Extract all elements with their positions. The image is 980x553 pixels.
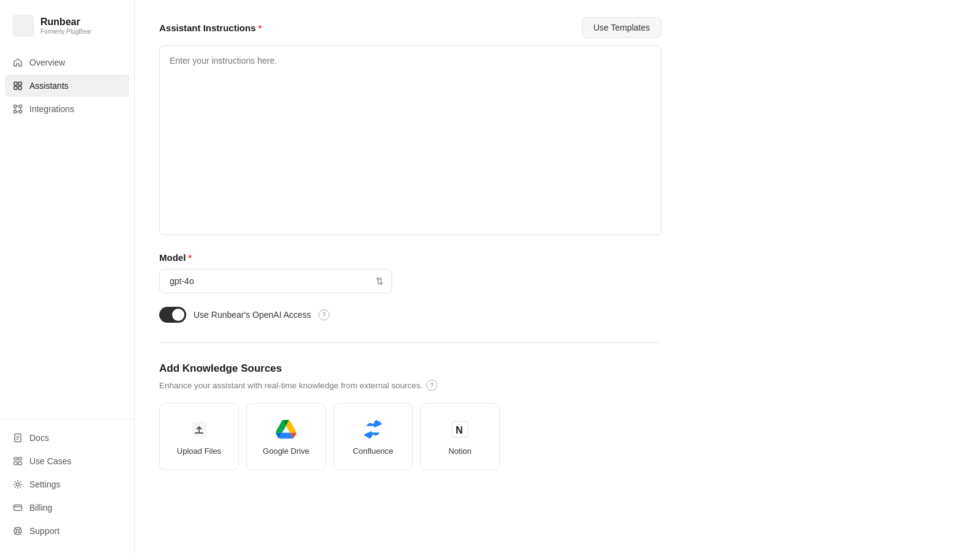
assistants-icon [12, 80, 23, 91]
svg-rect-7 [20, 105, 22, 108]
sidebar-item-assistants-label: Assistants [29, 81, 69, 91]
model-title: Model * [159, 252, 662, 263]
google-drive-icon [275, 418, 297, 440]
svg-rect-21 [18, 462, 21, 465]
knowledge-section-title: Add Knowledge Sources [159, 363, 662, 375]
svg-rect-20 [14, 462, 17, 465]
model-section: Model * gpt-4o gpt-4 gpt-3.5-turbo ⇅ [159, 252, 662, 293]
sidebar-item-overview-label: Overview [29, 58, 65, 67]
svg-rect-23 [14, 505, 22, 511]
google-drive-label: Google Drive [263, 446, 309, 456]
knowledge-card-confluence[interactable]: Confluence [333, 403, 413, 470]
confluence-icon [362, 418, 384, 440]
toggle-section: Use Runbear's OpenAI Access ? [159, 307, 662, 323]
svg-rect-18 [14, 457, 17, 460]
use-cases-icon [12, 456, 23, 467]
sidebar-nav-bottom: Docs Use Cases Settings [0, 419, 134, 543]
upload-files-label: Upload Files [177, 446, 221, 456]
svg-rect-6 [14, 105, 17, 108]
sidebar-item-settings-label: Settings [29, 480, 61, 489]
help-icon[interactable]: ? [318, 309, 330, 320]
sidebar-item-overview[interactable]: Overview [5, 51, 129, 73]
knowledge-card-upload-files[interactable]: Upload Files [159, 403, 239, 470]
notion-label: Notion [448, 446, 472, 456]
sidebar-item-support-label: Support [29, 526, 59, 536]
sidebar-item-use-cases-label: Use Cases [29, 456, 71, 466]
knowledge-card-google-drive[interactable]: Google Drive [246, 403, 326, 470]
settings-icon [12, 479, 23, 490]
sidebar-item-integrations[interactable]: Integrations [5, 98, 129, 120]
instructions-title: Assistant Instructions * [159, 23, 262, 33]
sidebar-item-billing-label: Billing [29, 503, 52, 513]
main-content: Assistant Instructions * Use Templates M… [135, 0, 980, 553]
instructions-textarea[interactable] [159, 45, 662, 235]
svg-point-22 [17, 483, 20, 486]
notion-icon: N [449, 418, 471, 440]
svg-rect-19 [18, 457, 21, 460]
confluence-label: Confluence [353, 446, 393, 456]
section-divider [159, 342, 662, 343]
svg-rect-4 [14, 86, 17, 89]
use-templates-button[interactable]: Use Templates [582, 17, 662, 38]
brand-formerly: Formerly PlugBear [40, 28, 91, 36]
knowledge-help-icon[interactable]: ? [426, 380, 437, 391]
sidebar-item-billing[interactable]: Billing [5, 497, 129, 519]
sidebar-nav-top: Overview Assistants [0, 51, 134, 419]
knowledge-card-notion[interactable]: N Notion [420, 403, 500, 470]
svg-rect-3 [18, 82, 21, 85]
svg-rect-8 [14, 111, 17, 113]
sidebar-item-integrations-label: Integrations [29, 104, 74, 114]
integrations-icon [12, 103, 23, 115]
svg-rect-9 [20, 111, 22, 113]
openai-access-toggle[interactable] [159, 307, 186, 323]
toggle-slider [159, 307, 186, 323]
sidebar-item-docs[interactable]: Docs [5, 427, 129, 449]
sidebar-item-assistants[interactable]: Assistants [5, 75, 129, 97]
sidebar-item-settings[interactable]: Settings [5, 473, 129, 495]
upload-files-icon [188, 418, 210, 440]
knowledge-cards: Upload Files Google Driv [159, 403, 662, 470]
knowledge-section-desc: Enhance your assistant with real-time kn… [159, 380, 662, 391]
svg-text:N: N [456, 425, 463, 435]
instructions-section-header: Assistant Instructions * Use Templates [159, 17, 662, 38]
home-icon [12, 57, 23, 68]
knowledge-section: Add Knowledge Sources Enhance your assis… [159, 363, 662, 470]
sidebar-item-support[interactable]: Support [5, 520, 129, 542]
svg-rect-2 [14, 82, 17, 85]
logo: 🐻 Runbear Formerly PlugBear [0, 10, 134, 51]
model-select-wrapper: gpt-4o gpt-4 gpt-3.5-turbo ⇅ [159, 269, 392, 293]
sidebar-item-docs-label: Docs [29, 433, 49, 443]
model-select[interactable]: gpt-4o gpt-4 gpt-3.5-turbo [159, 269, 392, 293]
toggle-label: Use Runbear's OpenAI Access [194, 310, 311, 320]
model-required-star: * [188, 252, 192, 263]
docs-icon [12, 432, 23, 443]
svg-point-26 [17, 530, 20, 533]
required-star: * [258, 23, 262, 33]
sidebar-item-use-cases[interactable]: Use Cases [5, 450, 129, 472]
svg-rect-5 [18, 86, 21, 89]
billing-icon [12, 502, 23, 513]
svg-rect-0 [12, 15, 34, 37]
brand-name: Runbear [40, 16, 91, 28]
runbear-logo-icon: 🐻 [12, 15, 34, 37]
sidebar: 🐻 Runbear Formerly PlugBear Overview [0, 0, 135, 553]
support-icon [12, 525, 23, 536]
